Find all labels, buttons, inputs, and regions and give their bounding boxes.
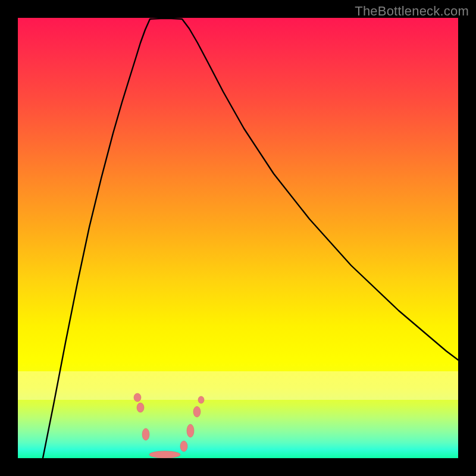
marker-right-mid [187, 424, 194, 437]
outer-frame: TheBottleneck.com [0, 0, 476, 476]
bottleneck-curve [18, 18, 458, 458]
marker-right-top [198, 396, 204, 403]
watermark-label: TheBottleneck.com [355, 4, 469, 19]
marker-left-lower [142, 428, 149, 440]
curve-path [43, 18, 458, 458]
marker-right-upper [193, 406, 201, 417]
plot-area [18, 18, 458, 458]
marker-left-upper-pair2 [137, 403, 144, 412]
marker-left-upper-pair [134, 393, 141, 402]
marker-right-lower [180, 441, 187, 452]
marker-floor-elongated [149, 451, 180, 458]
